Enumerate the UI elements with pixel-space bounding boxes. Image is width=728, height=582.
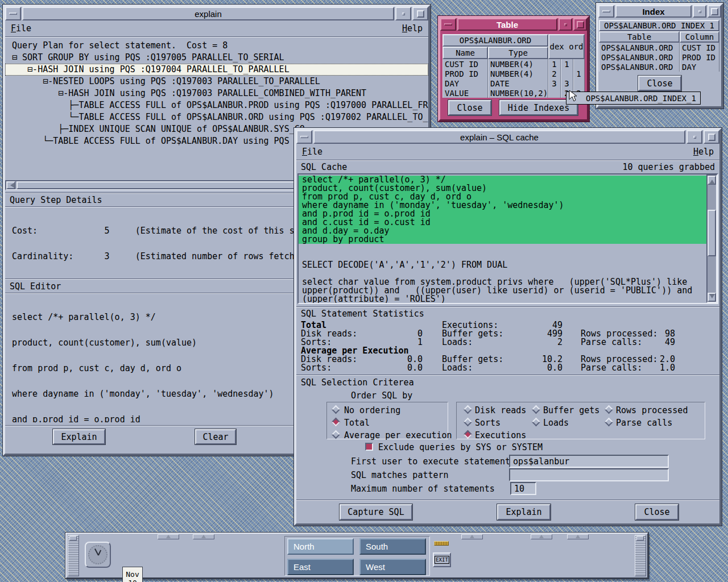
max-statements-input[interactable] [510, 482, 536, 495]
subpanel-tab-applications[interactable] [193, 534, 214, 539]
radio-loads[interactable] [532, 418, 541, 427]
radio-label[interactable]: Total [344, 418, 370, 428]
radio-label[interactable]: Average per execution [344, 430, 452, 440]
capture-sql-button[interactable]: Capture SQL [340, 504, 412, 520]
index-column-cell[interactable]: DAY [680, 62, 719, 72]
subpanel-tab-tools[interactable] [531, 534, 552, 539]
panel-handle-button[interactable] [69, 536, 77, 541]
workspace-north-button[interactable]: North [287, 538, 354, 555]
menu-help[interactable]: Help [402, 23, 423, 34]
radio-label[interactable]: Disk reads [475, 405, 526, 415]
window-menu-button[interactable] [5, 7, 21, 20]
panel-left-handle[interactable] [68, 535, 79, 576]
minimize-button[interactable] [693, 5, 706, 18]
query-plan-line[interactable]: ├─TABLE ACCESS FULL of OPS$ALANBUR.PROD … [5, 99, 428, 111]
radio-label[interactable]: Loads [543, 418, 569, 428]
query-plan-line[interactable]: └─TABLE ACCESS FULL of OPS$ALANBUR.ORD u… [5, 111, 428, 123]
table-close-button[interactable]: Close [448, 100, 491, 115]
column-name-cell[interactable]: PROD_ID [442, 69, 488, 78]
column-name-cell[interactable]: CUST_ID [442, 59, 488, 69]
calendar-icon[interactable]: Nov 10 [122, 567, 143, 582]
column-name-cell[interactable]: DAY [442, 78, 488, 88]
index-table-cell[interactable]: OPS$ALANBUR.ORD [599, 62, 680, 72]
radio-sorts[interactable] [464, 418, 473, 427]
scroll-down-button[interactable] [708, 293, 716, 302]
scroll-up-button[interactable] [708, 176, 716, 185]
cache-line[interactable]: select char_value from system.product_pr… [302, 278, 706, 286]
maximize-button[interactable] [573, 18, 587, 31]
workspace-west-button[interactable]: West [359, 559, 426, 575]
index-column-cell[interactable]: CUST_ID [680, 43, 719, 52]
radio-total[interactable] [332, 418, 341, 427]
sql-cache-list[interactable]: select /*+ parallel(o, 3) */ product, co… [297, 173, 718, 304]
maximize-button[interactable] [412, 7, 428, 20]
radio-label[interactable]: Sorts [475, 418, 500, 428]
minimize-button[interactable] [559, 18, 572, 31]
maximize-button[interactable] [704, 130, 719, 144]
radio-label[interactable]: Rows processed [616, 405, 688, 415]
column-type-cell[interactable]: DATE [488, 78, 548, 88]
sql-cache-explain-button[interactable]: Explain [497, 504, 551, 520]
cache-line[interactable]: upper(product)) and ((upper(user) like u… [302, 286, 706, 295]
exclude-sys-checkbox[interactable] [365, 443, 373, 451]
column-type-cell[interactable]: NUMBER(4) [488, 59, 548, 69]
cache-line [302, 269, 706, 278]
window-menu-button[interactable] [296, 130, 312, 144]
query-plan-line[interactable]: ⊟-NESTED LOOPS using PQS :Q197003 PARALL… [5, 76, 428, 88]
radio-buffer-gets[interactable] [532, 405, 541, 414]
radio-label[interactable]: Parse calls [616, 418, 672, 428]
menu-file[interactable]: File [302, 147, 322, 157]
index-titlebar[interactable]: Index [598, 5, 721, 18]
sql-cache-close-button[interactable]: Close [635, 504, 679, 520]
radio-label[interactable]: Buffer gets [543, 405, 599, 415]
scrollbar-thumb[interactable] [708, 210, 716, 256]
explain-button[interactable]: Explain [53, 429, 105, 444]
column-type-cell[interactable]: NUMBER(10,2) [488, 88, 548, 98]
radio-disk-reads[interactable] [464, 405, 473, 414]
query-plan-line[interactable]: ⊟ SORT GROUP BY using PQS :Q197005 PARAL… [5, 52, 428, 64]
subpanel-tab-printers[interactable] [461, 534, 483, 539]
radio-average-per-execution[interactable] [332, 430, 341, 439]
column-type-cell[interactable]: NUMBER(4) [488, 69, 548, 78]
radio-parse-calls[interactable] [605, 418, 614, 427]
window-menu-button[interactable] [440, 18, 456, 31]
sql-pattern-input[interactable] [509, 468, 669, 481]
selected-query-block[interactable]: select /*+ parallel(o, 3) */ product, co… [299, 176, 710, 244]
workspace-south-button[interactable]: South [359, 538, 426, 555]
window-menu-button[interactable] [598, 5, 614, 18]
sql-cache-titlebar[interactable]: explain – SQL cache [296, 130, 719, 144]
subpanel-tab-help[interactable] [567, 534, 589, 539]
vertical-scrollbar[interactable] [706, 174, 717, 303]
exclude-sys-label[interactable]: Exclude queries by SYS or SYSTEM [378, 442, 543, 452]
index-table-cell[interactable]: OPS$ALANBUR.ORD [599, 43, 680, 52]
clear-button[interactable]: Clear [195, 429, 236, 444]
radio-label[interactable]: Executions [475, 430, 526, 440]
index-close-button[interactable]: Close [638, 76, 681, 91]
query-plan-line-selected[interactable]: ⊟-HASH JOIN using PQS :Q197004 PARALLEL_… [5, 64, 428, 76]
scroll-left-button[interactable] [6, 181, 15, 189]
radio-no-ordering[interactable] [332, 405, 341, 414]
minimize-button[interactable] [686, 130, 702, 144]
panel-right-handle[interactable] [635, 535, 646, 576]
menu-file[interactable]: File [11, 23, 31, 34]
index-table-cell[interactable]: OPS$ALANBUR.ORD [599, 52, 680, 62]
index-column-cell[interactable]: PROD_ID [680, 52, 719, 62]
column-name-cell[interactable]: VALUE [442, 88, 488, 98]
explain-titlebar[interactable]: explain [5, 7, 428, 20]
panel-handle-button[interactable] [636, 536, 644, 541]
query-plan-line[interactable]: ⊟-HASH JOIN using PQS :Q197003 PARALLEL_… [5, 88, 428, 99]
maximize-button[interactable] [708, 5, 721, 18]
radio-rows-processed[interactable] [605, 405, 614, 414]
radio-label[interactable]: No ordering [344, 405, 400, 415]
clock-icon[interactable] [85, 542, 111, 568]
subpanel-tab-files[interactable] [158, 534, 179, 539]
table-titlebar[interactable]: Table [440, 18, 587, 31]
menu-help[interactable]: Help [693, 147, 714, 157]
minimize-button[interactable] [395, 7, 411, 20]
workspace-east-button[interactable]: East [287, 559, 354, 575]
cache-line[interactable]: (upper(attribute) = 'ROLES') [302, 295, 706, 304]
radio-executions[interactable] [464, 430, 473, 439]
first-user-input[interactable] [509, 455, 669, 468]
exit-button[interactable]: EXIT [433, 552, 451, 567]
cache-line[interactable]: SELECT DECODE('A','A','1','2') FROM DUAL [302, 261, 706, 269]
